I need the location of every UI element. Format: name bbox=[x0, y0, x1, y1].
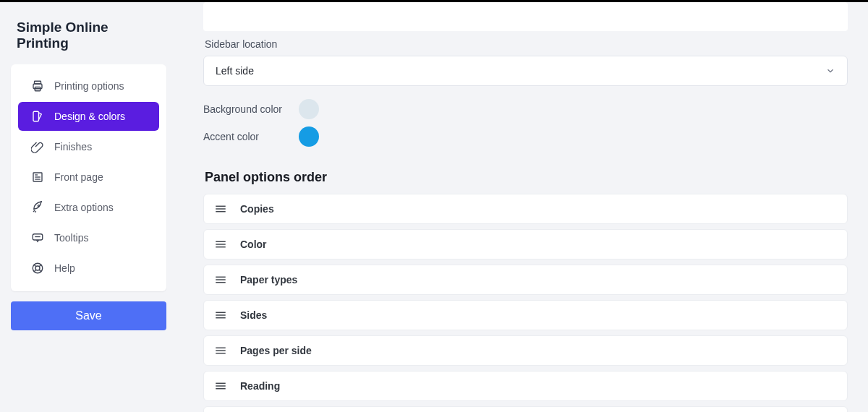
sidebar-location-value: Left side bbox=[216, 65, 254, 77]
sidebar-item-help[interactable]: Help bbox=[18, 254, 159, 283]
palette-icon bbox=[31, 110, 44, 123]
main-content: Sidebar location Left side Background co… bbox=[200, 2, 868, 412]
sidebar: Simple Online Printing Printing options … bbox=[0, 2, 177, 412]
panel-order-item[interactable]: Color bbox=[203, 229, 848, 259]
sidebar-item-label: Finishes bbox=[54, 141, 92, 153]
panel-options-heading: Panel options order bbox=[205, 170, 848, 185]
sidebar-item-extra-options[interactable]: Extra options bbox=[18, 193, 159, 222]
rocket-icon bbox=[31, 201, 44, 214]
sidebar-item-finishes[interactable]: Finishes bbox=[18, 132, 159, 161]
content-card-top bbox=[203, 2, 848, 31]
sidebar-item-label: Tooltips bbox=[54, 232, 88, 244]
tooltip-icon bbox=[31, 231, 44, 244]
newspaper-icon bbox=[31, 171, 44, 184]
sidebar-nav: Printing options Design & colors Finishe… bbox=[11, 64, 166, 291]
panel-order-label: Sides bbox=[240, 309, 267, 321]
panel-order-label: Copies bbox=[240, 203, 274, 215]
drag-handle-icon[interactable] bbox=[214, 204, 227, 214]
svg-rect-3 bbox=[33, 111, 39, 121]
sidebar-item-tooltips[interactable]: Tooltips bbox=[18, 223, 159, 252]
sidebar-item-label: Front page bbox=[54, 171, 103, 183]
svg-point-8 bbox=[38, 205, 39, 207]
sidebar-location-label: Sidebar location bbox=[205, 38, 848, 50]
paperclip-icon bbox=[31, 140, 44, 153]
chevron-down-icon bbox=[825, 66, 835, 76]
sidebar-item-label: Printing options bbox=[54, 80, 124, 92]
panel-order-label: Paper types bbox=[240, 274, 297, 286]
drag-handle-icon[interactable] bbox=[214, 381, 227, 391]
background-color-row: Background color bbox=[203, 99, 848, 119]
panel-order-item[interactable]: Reading bbox=[203, 371, 848, 401]
background-color-swatch[interactable] bbox=[299, 99, 319, 119]
svg-point-12 bbox=[35, 266, 40, 270]
printer-icon bbox=[31, 80, 44, 93]
accent-color-label: Accent color bbox=[203, 131, 289, 142]
drag-handle-icon[interactable] bbox=[214, 239, 227, 249]
sidebar-location-select[interactable]: Left side bbox=[203, 56, 848, 86]
save-button[interactable]: Save bbox=[11, 301, 166, 330]
sidebar-item-design-colors[interactable]: Design & colors bbox=[18, 102, 159, 131]
sidebar-item-label: Help bbox=[54, 262, 75, 274]
drag-handle-icon[interactable] bbox=[214, 310, 227, 320]
drag-handle-icon[interactable] bbox=[214, 275, 227, 285]
sidebar-item-front-page[interactable]: Front page bbox=[18, 163, 159, 192]
sidebar-item-printing-options[interactable]: Printing options bbox=[18, 72, 159, 100]
accent-color-swatch[interactable] bbox=[299, 126, 319, 147]
layout-gutter bbox=[177, 2, 200, 412]
panel-order-item[interactable]: Sides bbox=[203, 300, 848, 330]
panel-order-label: Reading bbox=[240, 380, 280, 392]
sidebar-item-label: Extra options bbox=[54, 202, 114, 213]
panel-order-label: Color bbox=[240, 239, 267, 250]
panel-order-item[interactable]: Copies bbox=[203, 194, 848, 224]
panel-order-item[interactable]: Finishes bbox=[203, 406, 848, 412]
panel-order-item[interactable]: Pages per side bbox=[203, 335, 848, 366]
app-title: Simple Online Printing bbox=[11, 2, 166, 64]
accent-color-row: Accent color bbox=[203, 126, 848, 147]
sidebar-item-label: Design & colors bbox=[54, 111, 125, 122]
drag-handle-icon[interactable] bbox=[214, 346, 227, 356]
panel-order-item[interactable]: Paper types bbox=[203, 265, 848, 295]
panel-order-label: Pages per side bbox=[240, 345, 312, 356]
background-color-label: Background color bbox=[203, 103, 289, 115]
lifebuoy-icon bbox=[31, 262, 44, 275]
